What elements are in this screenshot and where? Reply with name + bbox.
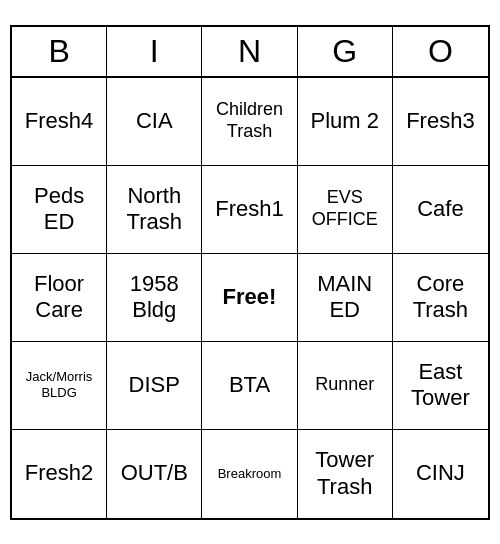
- header-letter: G: [298, 27, 393, 76]
- bingo-card: BINGO Fresh4CIAChildren TrashPlum 2Fresh…: [10, 25, 490, 520]
- header-letter: N: [202, 27, 297, 76]
- bingo-cell: DISP: [107, 342, 202, 430]
- bingo-cell: Fresh1: [202, 166, 297, 254]
- bingo-cell: 1958 Bldg: [107, 254, 202, 342]
- bingo-cell: Core Trash: [393, 254, 488, 342]
- bingo-cell: Plum 2: [298, 78, 393, 166]
- bingo-cell: OUT/B: [107, 430, 202, 518]
- bingo-cell: Children Trash: [202, 78, 297, 166]
- bingo-cell: Jack/Morris BLDG: [12, 342, 107, 430]
- bingo-cell: North Trash: [107, 166, 202, 254]
- bingo-cell: Floor Care: [12, 254, 107, 342]
- header-letter: O: [393, 27, 488, 76]
- bingo-cell: Breakroom: [202, 430, 297, 518]
- bingo-cell: EVS OFFICE: [298, 166, 393, 254]
- bingo-cell: MAIN ED: [298, 254, 393, 342]
- bingo-cell: East Tower: [393, 342, 488, 430]
- bingo-cell: Fresh4: [12, 78, 107, 166]
- bingo-cell: Tower Trash: [298, 430, 393, 518]
- bingo-cell: Cafe: [393, 166, 488, 254]
- bingo-grid: Fresh4CIAChildren TrashPlum 2Fresh3Peds …: [12, 78, 488, 518]
- header-letter: B: [12, 27, 107, 76]
- bingo-cell: CINJ: [393, 430, 488, 518]
- header-letter: I: [107, 27, 202, 76]
- bingo-cell: Peds ED: [12, 166, 107, 254]
- bingo-cell: Free!: [202, 254, 297, 342]
- bingo-cell: CIA: [107, 78, 202, 166]
- bingo-cell: Fresh3: [393, 78, 488, 166]
- bingo-header: BINGO: [12, 27, 488, 78]
- bingo-cell: BTA: [202, 342, 297, 430]
- bingo-cell: Runner: [298, 342, 393, 430]
- bingo-cell: Fresh2: [12, 430, 107, 518]
